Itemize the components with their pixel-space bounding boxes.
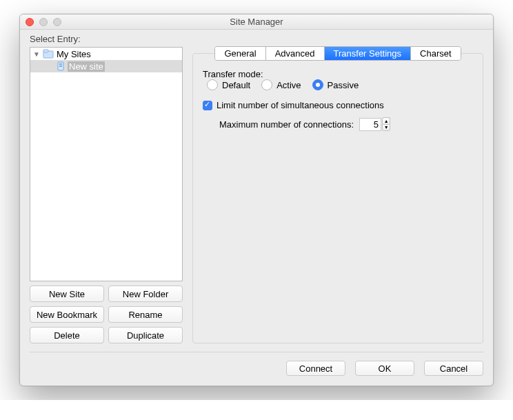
stepper-down-icon[interactable]: ▼ xyxy=(382,124,390,131)
rename-button[interactable]: Rename xyxy=(108,306,183,323)
tree-item-label: New site xyxy=(68,61,105,72)
dialog-footer: Connect OK Cancel xyxy=(30,352,483,376)
limit-connections-label: Limit number of simultaneous connections xyxy=(217,100,384,110)
minimize-icon[interactable] xyxy=(39,18,48,26)
max-connections-stepper: ▲ ▼ xyxy=(382,117,390,131)
new-site-button[interactable]: New Site xyxy=(30,286,104,302)
site-manager-window: Site Manager Select Entry: ▼ My Sites xyxy=(19,14,494,386)
max-connections-label: Maximum number of connections: xyxy=(219,119,354,130)
radio-passive[interactable]: Passive xyxy=(312,79,359,90)
new-bookmark-button[interactable]: New Bookmark xyxy=(30,306,104,323)
transfer-mode-label: Transfer mode: xyxy=(203,69,473,79)
new-folder-button[interactable]: New Folder xyxy=(108,286,183,302)
ok-button[interactable]: OK xyxy=(355,361,414,376)
radio-active-label: Active xyxy=(276,80,301,90)
titlebar: Site Manager xyxy=(20,14,493,30)
radio-passive-input[interactable] xyxy=(312,79,323,90)
radio-active[interactable]: Active xyxy=(261,79,301,90)
delete-button[interactable]: Delete xyxy=(30,327,104,343)
radio-default-label: Default xyxy=(222,80,250,90)
transfer-mode-radios: Default Active Passive xyxy=(207,79,473,90)
window-title: Site Manager xyxy=(20,17,493,27)
entry-panel: Select Entry: ▼ My Sites New site xyxy=(30,34,183,343)
folder-icon xyxy=(43,49,54,59)
limit-connections-checkbox[interactable] xyxy=(203,101,212,110)
tab-general[interactable]: General xyxy=(215,47,265,60)
duplicate-button[interactable]: Duplicate xyxy=(108,327,183,343)
settings-panel: General Advanced Transfer Settings Chars… xyxy=(192,34,483,343)
chevron-down-icon[interactable]: ▼ xyxy=(33,50,40,58)
tab-advanced[interactable]: Advanced xyxy=(266,47,325,60)
transfer-settings-panel: Transfer mode: Default Active Passive xyxy=(192,53,483,343)
svg-rect-1 xyxy=(43,50,48,52)
tab-charset[interactable]: Charset xyxy=(411,47,461,60)
select-entry-label: Select Entry: xyxy=(30,34,183,44)
tree-root-label: My Sites xyxy=(57,49,91,59)
svg-rect-3 xyxy=(59,63,62,65)
tab-transfer-settings[interactable]: Transfer Settings xyxy=(325,47,412,60)
tabs: General Advanced Transfer Settings Chars… xyxy=(214,46,461,61)
connect-button[interactable]: Connect xyxy=(286,361,345,376)
limit-connections-row[interactable]: Limit number of simultaneous connections xyxy=(203,100,473,110)
traffic-lights xyxy=(20,18,61,26)
radio-default[interactable]: Default xyxy=(207,79,250,90)
zoom-icon[interactable] xyxy=(53,18,61,26)
max-connections-field: ▲ ▼ xyxy=(359,117,390,131)
svg-rect-4 xyxy=(59,66,62,67)
radio-active-input[interactable] xyxy=(261,79,272,90)
radio-default-input[interactable] xyxy=(207,79,218,90)
tree-root-my-sites[interactable]: ▼ My Sites xyxy=(30,48,182,60)
max-connections-input[interactable] xyxy=(359,118,381,131)
tree-item-new-site[interactable]: New site xyxy=(30,60,182,72)
close-icon[interactable] xyxy=(26,18,34,26)
radio-passive-label: Passive xyxy=(328,80,359,90)
sites-tree[interactable]: ▼ My Sites New site xyxy=(30,47,183,281)
stepper-up-icon[interactable]: ▲ xyxy=(382,117,390,124)
max-connections-row: Maximum number of connections: ▲ ▼ xyxy=(219,117,473,131)
entry-actions: New Site New Folder New Bookmark Rename … xyxy=(30,286,183,343)
cancel-button[interactable]: Cancel xyxy=(424,361,483,376)
server-icon xyxy=(57,61,65,71)
